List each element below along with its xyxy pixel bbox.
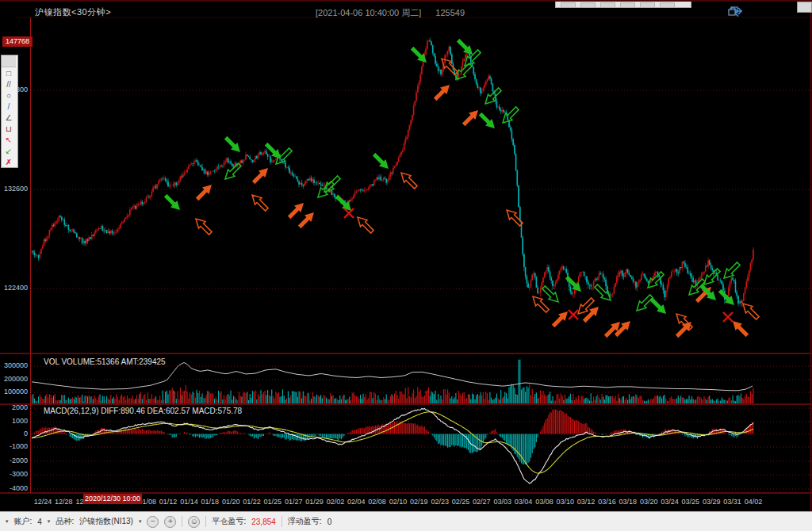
macd-axis-label: 1000 xyxy=(1,417,28,425)
macd-axis-label: -1000 xyxy=(1,442,28,450)
channel-tool-icon: ⊔ xyxy=(6,124,12,133)
volume-panel-header: VOL VOLUME:51366 AMT:239425 xyxy=(44,357,166,366)
pl-float-value: 0 xyxy=(327,518,332,526)
x-signal-mark xyxy=(569,310,578,319)
ellipse-tool[interactable]: ○ xyxy=(2,90,16,101)
green-solid-signal-arrow xyxy=(162,192,183,213)
green-solid-signal-arrow xyxy=(370,151,392,172)
green-outline-signal-arrow xyxy=(701,266,722,288)
price-axis-label: 122400 xyxy=(1,284,28,292)
status-separator xyxy=(182,516,182,527)
macd-axis-label: -2000 xyxy=(1,457,28,464)
green-solid-signal-arrow xyxy=(222,134,243,155)
rectangle-tool-icon: □ xyxy=(6,69,11,78)
macd-axis-label: -4000 xyxy=(1,484,28,492)
account-label: 账户: xyxy=(14,516,33,527)
parallel-lines-tool[interactable]: // xyxy=(2,78,16,90)
rectangle-tool[interactable]: □ xyxy=(2,67,16,78)
macd-axis-label: 0 xyxy=(1,430,28,437)
orange-solid-signal-arrow xyxy=(431,82,453,103)
restore-window-icon[interactable] xyxy=(769,6,782,16)
trend-line-tool-icon: / xyxy=(8,102,10,111)
green-solid-signal-arrow xyxy=(716,287,737,308)
chart-header-icons xyxy=(728,6,782,16)
volume-axis-label: 200000 xyxy=(1,375,28,383)
x-signal-mark xyxy=(723,312,733,322)
delete-mark-tool[interactable]: ✗ xyxy=(2,156,16,167)
trading-app-window: 沪镍指数<30分钟> [2021-04-06 10:40:00 周二]12554… xyxy=(0,0,812,531)
orange-solid-signal-arrow xyxy=(460,107,481,128)
pointer-tool[interactable] xyxy=(2,55,16,67)
chart-canvas[interactable] xyxy=(0,2,812,531)
zoom-in-button[interactable]: + xyxy=(164,516,176,528)
ellipse-tool-icon: ○ xyxy=(6,91,11,100)
status-separator xyxy=(282,516,282,527)
green-arrow-tool[interactable]: ↙ xyxy=(2,145,16,156)
orange-outline-signal-arrow xyxy=(249,192,270,213)
chart-title: 沪镍指数<30分钟> xyxy=(35,6,111,18)
price-max-badge: 147768 xyxy=(2,36,33,47)
green-outline-signal-arrow xyxy=(500,105,521,126)
symbol-value: 沪镍指数(NI13) xyxy=(79,516,133,527)
selected-date-badge: 2020/12/30 10:00 xyxy=(83,494,142,504)
volume-axis-label: 300000 xyxy=(1,361,28,369)
account-dropdown-icon[interactable]: ▾ xyxy=(6,518,9,525)
x-axis-label: 04/02 xyxy=(737,498,770,506)
orange-outline-signal-arrow xyxy=(504,207,525,228)
green-outline-signal-arrow xyxy=(540,284,561,305)
face-icon[interactable]: ☺ xyxy=(188,516,200,528)
drawing-toolbar: □//○/∠⊔↖↙✗ xyxy=(1,55,18,168)
macd-panel-header: MACD(26,12,9) DIFF:890.46 DEA:602.57 MAC… xyxy=(44,407,242,415)
green-arrow-tool-icon: ↙ xyxy=(6,147,12,155)
delete-mark-tool-icon: ✗ xyxy=(6,158,12,166)
green-outline-signal-arrow xyxy=(634,292,655,314)
green-outline-signal-arrow xyxy=(592,282,614,304)
green-solid-signal-arrow xyxy=(477,110,498,132)
crosshair-info: [2021-04-06 10:40:00 周二]125549 xyxy=(316,7,465,19)
parallel-lines-tool-icon: // xyxy=(6,80,11,89)
orange-solid-signal-arrow xyxy=(580,304,602,325)
orange-outline-signal-arrow xyxy=(354,214,376,235)
pl-closed-label: 平仓盈亏: xyxy=(212,516,246,527)
status-separator xyxy=(205,516,206,527)
zoom-out-button[interactable]: − xyxy=(147,516,159,528)
orange-outline-signal-arrow xyxy=(193,216,214,237)
volume-axis-label: 100000 xyxy=(1,388,28,395)
symbol-label: 品种: xyxy=(56,516,74,527)
price-axis-label: 132600 xyxy=(1,185,28,193)
symbol-dropdown-icon[interactable]: ▾ xyxy=(139,518,142,525)
channel-tool[interactable]: ⊔ xyxy=(2,123,16,134)
orange-solid-signal-arrow xyxy=(296,209,317,231)
orange-solid-signal-arrow xyxy=(250,165,271,186)
scroll-corner-button[interactable] xyxy=(797,2,812,13)
orange-solid-signal-arrow xyxy=(673,319,695,340)
red-arrow-tool[interactable]: ↖ xyxy=(2,134,16,145)
orange-solid-signal-arrow xyxy=(193,181,215,203)
crosshair-datetime: [2021-04-06 10:40:00 周二] xyxy=(316,8,421,17)
macd-axis-label: -3000 xyxy=(1,470,28,478)
account-value: 4 xyxy=(37,518,42,526)
pl-float-label: 浮动盈亏: xyxy=(288,516,322,527)
trend-line-tool[interactable]: / xyxy=(2,101,16,112)
angle-tool[interactable]: ∠ xyxy=(2,112,16,123)
angle-tool-icon: ∠ xyxy=(6,113,13,122)
account-value-dropdown-icon[interactable]: ▾ xyxy=(48,518,51,525)
status-bar: ▾ 账户: 4 ▾ 品种: 沪镍指数(NI13) ▾ − + ☺ 平仓盈亏: 2… xyxy=(0,511,812,531)
orange-outline-signal-arrow xyxy=(398,170,419,191)
orange-outline-signal-arrow xyxy=(530,293,551,315)
top-toolbar-fragment[interactable] xyxy=(555,2,691,8)
red-arrow-tool-icon: ↖ xyxy=(6,136,12,144)
crosshair-price: 125549 xyxy=(435,8,465,17)
orange-solid-signal-arrow xyxy=(285,200,307,221)
pl-closed-value: 23,854 xyxy=(251,518,276,526)
orange-outline-signal-arrow xyxy=(740,300,761,322)
pan-horizontal-icon[interactable] xyxy=(749,6,761,16)
macd-axis-label: 2000 xyxy=(1,403,28,411)
